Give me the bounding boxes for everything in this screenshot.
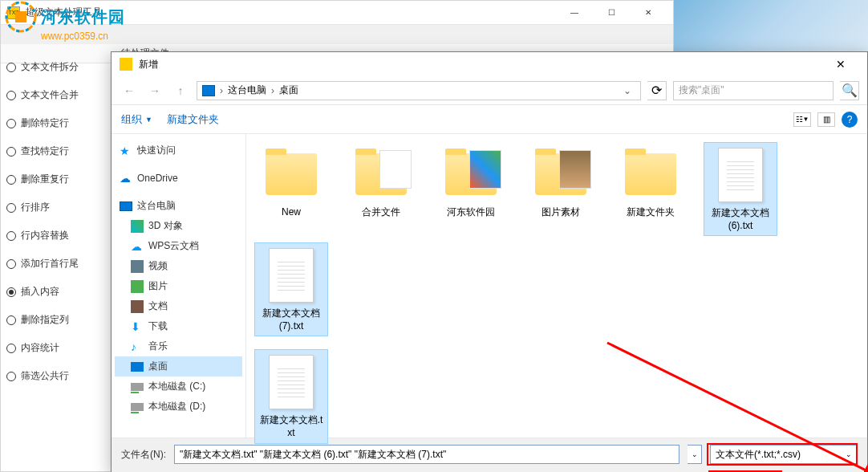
file-item-folder[interactable]: 新建文件夹 (614, 142, 688, 236)
file-item-folder[interactable]: 合并文件 (344, 142, 418, 236)
tree-downloads[interactable]: ⬇下载 (115, 316, 242, 336)
file-item-folder[interactable]: New (254, 142, 328, 236)
dialog-titlebar: 新增 ✕ (112, 52, 867, 76)
file-item-folder[interactable]: 河东软件园 (434, 142, 508, 236)
tree-onedrive[interactable]: ☁OneDrive (115, 169, 242, 188)
maximize-button[interactable]: ☐ (593, 1, 630, 25)
opt-prefix-suffix[interactable]: 添加行首行尾 (6, 257, 111, 271)
dialog-icon (120, 58, 132, 71)
search-button[interactable]: 🔍 (840, 81, 859, 100)
tree-music[interactable]: ♪音乐 (115, 336, 242, 356)
tree-3d-objects[interactable]: 3D 对象 (115, 216, 242, 236)
dialog-bottom: 文件名(N): ⌄ 文本文件(*.txt;*.csv)⌄ 打开(O) ▼ 取消 (112, 437, 867, 472)
dialog-title: 新增 (139, 58, 822, 71)
preview-pane-button[interactable]: ▥ (817, 112, 835, 127)
address-breadcrumb[interactable]: › 这台电脑 › 桌面 ⌄ (197, 81, 641, 100)
tree-disk-d[interactable]: 本地磁盘 (D:) (115, 397, 242, 417)
nav-up-button[interactable]: ↑ (171, 81, 190, 100)
opt-insert[interactable]: 插入内容 (6, 285, 111, 299)
navigation-tree: ★快速访问 ☁OneDrive 这台电脑 3D 对象 ☁WPS云文档 视频 图片… (112, 134, 246, 437)
dialog-toolbar: 组织 ▼ 新建文件夹 ☷ ▼ ▥ ? (112, 105, 867, 134)
opt-sort[interactable]: 行排序 (6, 201, 111, 214)
file-item-txt[interactable]: 新建文本文档.txt (254, 349, 328, 443)
help-button[interactable]: ? (842, 112, 858, 128)
opt-delete-line[interactable]: 删除特定行 (6, 116, 111, 130)
file-item-folder[interactable]: 图片素材 (524, 142, 598, 236)
tree-quick-access[interactable]: ★快速访问 (115, 140, 242, 161)
tree-desktop[interactable]: 桌面 (115, 356, 242, 376)
tree-wps-cloud[interactable]: ☁WPS云文档 (115, 236, 242, 256)
opt-replace[interactable]: 行内容替换 (6, 229, 111, 242)
app-title: 超级文本处理工具 (25, 6, 556, 19)
address-bar-row: ← → ↑ › 这台电脑 › 桌面 ⌄ ⟳ 搜索"桌面" 🔍 (112, 76, 867, 105)
organize-menu[interactable]: 组织 ▼ (121, 112, 152, 127)
desktop-background (674, 0, 868, 51)
opt-merge[interactable]: 文本文件合并 (6, 88, 111, 102)
nav-forward-button[interactable]: → (145, 81, 164, 100)
file-open-dialog: 新增 ✕ ← → ↑ › 这台电脑 › 桌面 ⌄ ⟳ 搜索"桌面" 🔍 组织 ▼… (111, 51, 868, 472)
opt-find-line[interactable]: 查找特定行 (6, 144, 111, 158)
filename-dropdown[interactable]: ⌄ (688, 445, 702, 464)
menubar (1, 25, 673, 44)
tree-documents[interactable]: 文档 (115, 296, 242, 316)
refresh-button[interactable]: ⟳ (647, 81, 667, 100)
minimize-button[interactable]: — (556, 1, 593, 25)
function-options: 文本文件拆分 文本文件合并 删除特定行 查找特定行 删除重复行 行排序 行内容替… (6, 60, 111, 383)
main-titlebar: TXT 超级文本处理工具 — ☐ ✕ (1, 1, 673, 25)
app-icon: TXT (7, 6, 20, 19)
dialog-close-button[interactable]: ✕ (822, 52, 859, 76)
view-mode-button[interactable]: ☷ ▼ (793, 112, 811, 127)
filename-input[interactable] (174, 445, 679, 464)
tree-pictures[interactable]: 图片 (115, 276, 242, 296)
pc-icon (202, 85, 215, 96)
crumb-root[interactable]: 这台电脑 (228, 83, 266, 97)
close-button[interactable]: ✕ (630, 1, 667, 25)
tree-disk-c[interactable]: 本地磁盘 (C:) (115, 376, 242, 397)
opt-common[interactable]: 筛选公共行 (6, 369, 111, 383)
crumb-current[interactable]: 桌面 (279, 83, 298, 97)
search-input[interactable]: 搜索"桌面" (673, 81, 834, 100)
opt-delete-col[interactable]: 删除指定列 (6, 313, 111, 327)
file-item-txt[interactable]: 新建文本文档 (7).txt (254, 242, 328, 336)
tree-videos[interactable]: 视频 (115, 256, 242, 276)
filename-label: 文件名(N): (121, 448, 166, 462)
new-folder-button[interactable]: 新建文件夹 (167, 112, 219, 127)
file-type-filter[interactable]: 文本文件(*.txt;*.csv)⌄ (710, 445, 858, 464)
tree-this-pc[interactable]: 这台电脑 (115, 196, 242, 216)
opt-stats[interactable]: 内容统计 (6, 341, 111, 355)
address-dropdown-icon[interactable]: ⌄ (619, 85, 635, 96)
file-item-txt[interactable]: 新建文本文档 (6).txt (704, 142, 777, 236)
opt-dedup[interactable]: 删除重复行 (6, 173, 111, 186)
nav-back-button[interactable]: ← (120, 81, 139, 100)
opt-split[interactable]: 文本文件拆分 (6, 60, 111, 74)
file-list[interactable]: New 合并文件 河东软件园 图片素材 新建文件夹 新建文本文档 (6).txt… (246, 134, 867, 437)
